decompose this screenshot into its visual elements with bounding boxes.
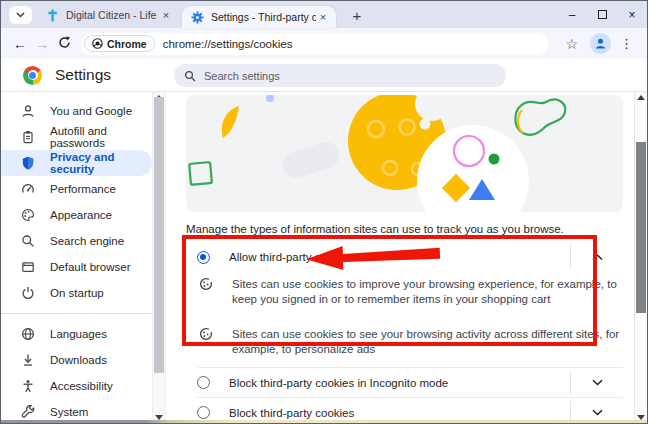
- cookie-icon: [199, 277, 213, 291]
- option-label: Block third-party cookies: [229, 407, 570, 419]
- cookie-options-group: Allow third-party cookies Sites can use …: [186, 235, 623, 423]
- palette-icon: [21, 208, 35, 222]
- address-bar[interactable]: Chrome chrome://settings/cookies: [81, 33, 548, 55]
- url-text[interactable]: chrome://settings/cookies: [163, 38, 293, 50]
- sidebar-label: You and Google: [50, 105, 132, 117]
- sidebar-label: Autofill and passwords: [50, 125, 152, 149]
- sidebar-item-appearance[interactable]: Appearance: [1, 202, 152, 228]
- chevron-up-icon: [592, 254, 603, 261]
- tab-close-icon[interactable]: ×: [159, 9, 173, 21]
- settings-header: Settings Search settings: [1, 59, 647, 92]
- sidebar-label: Languages: [50, 328, 107, 340]
- tab-close-icon[interactable]: ×: [316, 11, 330, 23]
- browser-window: Digital Citizen - Life in a digital × Se…: [0, 0, 648, 424]
- detail-text: Sites can use cookies to improve your br…: [232, 277, 620, 307]
- annotation-red-arrow: [306, 242, 443, 273]
- collapse-button[interactable]: [571, 254, 623, 261]
- sidebar-label: On startup: [50, 287, 104, 299]
- window-controls: – ×: [557, 1, 647, 28]
- cookie-icon: [199, 327, 213, 341]
- person-icon: [21, 104, 35, 118]
- site-chip[interactable]: Chrome: [84, 35, 155, 52]
- chrome-mono-icon: [92, 38, 103, 49]
- sidebar-item-default-browser[interactable]: Default browser: [1, 254, 152, 280]
- chip-label: Chrome: [107, 38, 147, 50]
- tab-title: Digital Citizen - Life in a digital: [66, 9, 159, 21]
- maximize-icon: [598, 10, 607, 19]
- maximize-button[interactable]: [587, 1, 617, 28]
- sidebar-label: Default browser: [50, 261, 131, 273]
- radio-selected-icon[interactable]: [197, 251, 210, 264]
- globe-icon: [21, 327, 35, 341]
- sidebar-scrollbar-thumb[interactable]: [154, 97, 164, 373]
- sidebar-item-downloads[interactable]: Downloads: [1, 347, 152, 373]
- back-button[interactable]: ←: [9, 36, 31, 52]
- search-icon: [184, 70, 196, 82]
- sidebar-item-privacy-security[interactable]: Privacy and security: [1, 150, 152, 176]
- sidebar-item-search-engine[interactable]: Search engine: [1, 228, 152, 254]
- settings-sidebar: You and Google Autofill and passwords Pr…: [1, 92, 152, 423]
- tab-settings[interactable]: Settings - Third-party cookies ×: [182, 6, 336, 28]
- sidebar-scrollbar[interactable]: [152, 92, 166, 423]
- detail-text: Sites can use cookies to see your browsi…: [232, 327, 620, 357]
- search-settings-input[interactable]: Search settings: [174, 64, 506, 87]
- search-icon: [21, 234, 35, 248]
- radio-unselected-icon[interactable]: [197, 376, 210, 389]
- reload-button[interactable]: [53, 36, 75, 52]
- accessibility-icon: [21, 379, 35, 393]
- page-title: Settings: [55, 66, 111, 84]
- sidebar-label: Performance: [50, 183, 116, 195]
- scroll-up-icon[interactable]: [637, 95, 645, 100]
- clipboard-icon: [21, 130, 35, 144]
- browser-window-icon: [21, 260, 35, 274]
- sidebar-item-languages[interactable]: Languages: [1, 321, 152, 347]
- search-placeholder: Search settings: [204, 70, 280, 82]
- minimize-button[interactable]: –: [557, 1, 587, 28]
- sidebar-label: Downloads: [50, 354, 107, 366]
- download-icon: [21, 353, 35, 367]
- sidebar-label: Privacy and security: [50, 151, 152, 175]
- sidebar-item-you-and-google[interactable]: You and Google: [1, 98, 152, 124]
- forward-button[interactable]: →: [31, 36, 53, 52]
- tab-title: Settings - Third-party cookies: [211, 11, 316, 23]
- radio-unselected-icon[interactable]: [197, 406, 210, 419]
- close-button[interactable]: ×: [617, 1, 647, 28]
- bookmark-star-icon[interactable]: ☆: [565, 36, 578, 52]
- sidebar-label: System: [50, 406, 88, 418]
- detail-item: Sites can use cookies to improve your br…: [186, 277, 623, 307]
- sidebar-item-accessibility[interactable]: Accessibility: [1, 373, 152, 399]
- option-block-incognito[interactable]: Block third-party cookies in Incognito m…: [198, 367, 623, 397]
- profile-avatar[interactable]: [590, 33, 611, 54]
- menu-kebab-icon[interactable]: ⋮: [620, 36, 633, 51]
- sidebar-label: Search engine: [50, 235, 124, 247]
- chevron-down-icon: [592, 379, 603, 386]
- chevron-down-icon: [16, 12, 25, 18]
- sidebar-divider: [1, 313, 152, 314]
- option-label: Block third-party cookies in Incognito m…: [229, 377, 570, 389]
- settings-body: You and Google Autofill and passwords Pr…: [1, 92, 647, 423]
- power-icon: [21, 286, 35, 300]
- new-tab-button[interactable]: +: [346, 5, 368, 25]
- content-scrollbar[interactable]: [634, 92, 647, 423]
- cookies-illustration: [186, 95, 623, 212]
- tab-strip: Digital Citizen - Life in a digital × Se…: [1, 1, 647, 28]
- sidebar-item-performance[interactable]: Performance: [1, 176, 152, 202]
- chrome-logo-icon: [23, 66, 42, 85]
- window-bottom-edge: [1, 420, 647, 423]
- sidebar-label: Appearance: [50, 209, 112, 221]
- tab-digital-citizen[interactable]: Digital Citizen - Life in a digital ×: [37, 5, 179, 25]
- person-icon: [594, 37, 607, 50]
- digital-citizen-favicon: [46, 9, 59, 22]
- sidebar-label: Accessibility: [50, 380, 113, 392]
- content-scrollbar-thumb[interactable]: [636, 142, 646, 313]
- browser-toolbar: ← → Chrome chrome://settings/cookies ☆: [1, 28, 647, 59]
- tab-search-button[interactable]: [9, 6, 32, 24]
- expand-button[interactable]: [571, 379, 623, 386]
- sidebar-item-autofill[interactable]: Autofill and passwords: [1, 124, 152, 150]
- detail-item: Sites can use cookies to see your browsi…: [186, 327, 623, 357]
- speedometer-icon: [21, 182, 35, 196]
- shield-icon: [21, 156, 35, 170]
- settings-gear-favicon: [191, 11, 204, 24]
- expand-button[interactable]: [571, 409, 623, 416]
- sidebar-item-on-startup[interactable]: On startup: [1, 280, 152, 306]
